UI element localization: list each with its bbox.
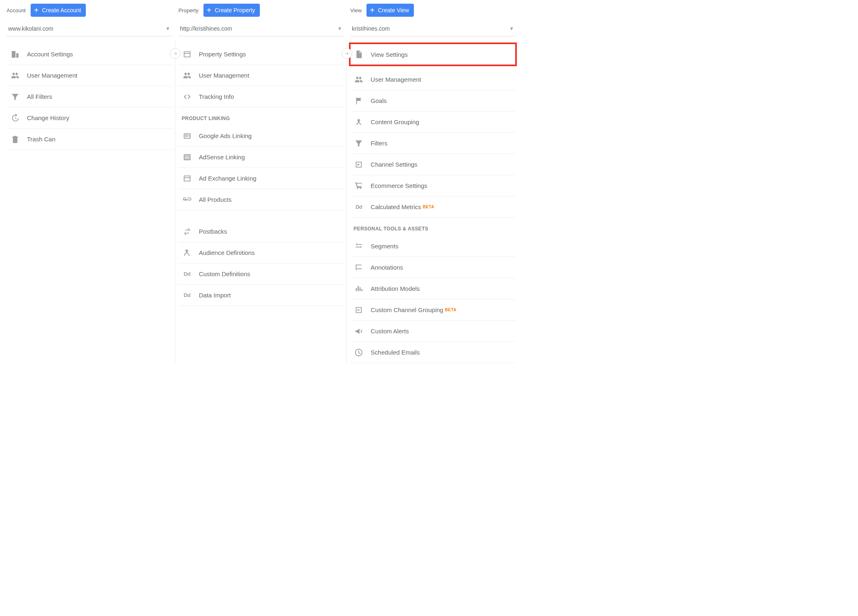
funnel-icon [10,92,20,101]
create-view-button[interactable]: + Create View [366,4,414,17]
nav-item-attribution-models[interactable]: Attribution Models [350,278,516,299]
nav-item-label: Trash Can [27,136,55,143]
property-list-linking: Google Ads LinkingAdSense LinkingAd Exch… [179,125,344,210]
merge-icon [353,118,364,127]
property-selected-value: http://kristihines.com [180,25,232,32]
cart-icon [353,181,364,190]
nav-item-label: Audience Definitions [199,249,255,256]
plus-icon: + [207,7,212,14]
property-selector[interactable]: http://kristihines.com ▼ [179,22,344,36]
nav-item-postbacks[interactable]: Postbacks [179,221,344,242]
account-header: Account + Create Account [7,3,172,17]
code-icon [182,92,192,101]
nav-item-change-history[interactable]: Change History [7,107,172,129]
funnel-icon [353,139,364,148]
beta-badge: BETA [423,205,434,209]
nav-item-channel-settings[interactable]: Channel Settings [350,154,516,175]
nav-item-label: Google Ads Linking [199,132,252,139]
nav-item-ad-exchange-linking[interactable]: Ad Exchange Linking [179,168,344,189]
nav-item-label: Tracking Info [199,93,234,100]
users-icon [353,75,364,84]
nav-item-custom-channel-grouping[interactable]: Custom Channel GroupingBETA [350,299,516,321]
nav-item-user-management[interactable]: User Management [179,65,344,86]
users-icon [10,71,20,80]
nav-item-annotations[interactable]: Annotations [350,257,516,278]
nav-item-label: Goals [371,97,387,104]
nav-item-adsense-linking[interactable]: AdSense Linking [179,147,344,168]
trash-icon [10,135,20,144]
nav-item-label: Custom Channel Grouping [371,306,443,313]
move-right-icon[interactable] [170,48,181,59]
nav-item-label: Account Settings [27,51,73,58]
nav-item-label: Change History [27,114,69,121]
news-icon [182,132,192,141]
dropdown-icon: ▼ [165,26,170,31]
create-account-button[interactable]: + Create Account [31,4,86,17]
dropdown-icon: ▼ [509,26,514,31]
nav-item-scheduled-emails[interactable]: Scheduled Emails [350,342,516,363]
nav-item-all-products[interactable]: All Products [179,189,344,210]
nav-item-label: Postbacks [199,228,227,235]
view-column: View + Create View kristihines.com ▼ Vie… [347,3,519,363]
plus-icon: + [34,7,39,14]
nav-item-filters[interactable]: Filters [350,133,516,154]
nav-item-segments[interactable]: Segments [350,236,516,257]
create-account-label: Create Account [42,7,81,13]
history-icon [10,114,20,123]
clock-icon [353,348,364,357]
admin-container: Account + Create Account www.kikolani.co… [0,0,519,363]
nav-item-custom-alerts[interactable]: Custom Alerts [350,321,516,342]
nav-item-goals[interactable]: Goals [350,90,516,112]
dd-icon: Dd [353,203,364,212]
users-icon [182,71,192,80]
dd-icon: Dd [182,270,192,279]
nav-item-data-import[interactable]: DdData Import [179,285,344,306]
nav-item-label: User Management [27,72,77,79]
view-list-tools: SegmentsAnnotationsAttribution ModelsCus… [350,236,516,363]
channel-icon [353,306,364,315]
nav-item-custom-definitions[interactable]: DdCustom Definitions [179,263,344,285]
nav-item-label: User Management [371,76,421,83]
nav-item-all-filters[interactable]: All Filters [7,86,172,107]
link-icon [182,195,192,204]
nav-item-content-grouping[interactable]: Content Grouping [350,112,516,133]
product-linking-heading: PRODUCT LINKING [179,107,344,125]
create-view-label: Create View [378,7,409,13]
property-column: Property + Create Property http://kristi… [175,3,347,363]
nav-item-label: Attribution Models [371,285,420,292]
nav-item-label: Custom Alerts [371,328,409,335]
property-header: Property + Create Property [179,3,344,17]
view-selected-value: kristihines.com [352,25,390,32]
nav-item-view-settings[interactable]: View Settings [350,44,516,65]
nav-item-label: Channel Settings [371,161,417,168]
nav-item-ecommerce-settings[interactable]: Ecommerce Settings [350,175,516,196]
nav-item-trash-can[interactable]: Trash Can [7,129,172,150]
nav-item-label: All Filters [27,93,52,100]
create-property-label: Create Property [215,7,255,13]
nav-item-user-management[interactable]: User Management [7,65,172,86]
nav-item-calculated-metrics[interactable]: DdCalculated MetricsBETA [350,196,516,218]
nav-item-property-settings[interactable]: Property Settings [179,44,344,65]
beta-badge: BETA [445,308,456,312]
split-icon [182,248,192,257]
create-property-button[interactable]: + Create Property [203,4,260,17]
nav-item-audience-definitions[interactable]: Audience Definitions [179,242,344,263]
plus-icon: + [370,7,375,14]
nav-item-user-management[interactable]: User Management [350,69,516,90]
nav-item-label: User Management [199,72,249,79]
nav-item-label: AdSense Linking [199,154,245,161]
channel-icon [353,160,364,169]
nav-item-label: Ad Exchange Linking [199,175,257,182]
view-selector[interactable]: kristihines.com ▼ [350,22,516,36]
nav-item-label: Ecommerce Settings [371,182,427,189]
nav-item-account-settings[interactable]: Account Settings [7,44,172,65]
nav-item-label: Annotations [371,264,403,271]
nav-item-google-ads-linking[interactable]: Google Ads Linking [179,125,344,147]
account-selector[interactable]: www.kikolani.com ▼ [7,22,172,36]
sliders-icon [353,242,364,251]
nav-item-label: Data Import [199,292,231,299]
dropdown-icon: ▼ [337,26,342,31]
nav-item-tracking-info[interactable]: Tracking Info [179,86,344,107]
nav-item-label: All Products [199,196,232,203]
listbox-icon [182,153,192,162]
